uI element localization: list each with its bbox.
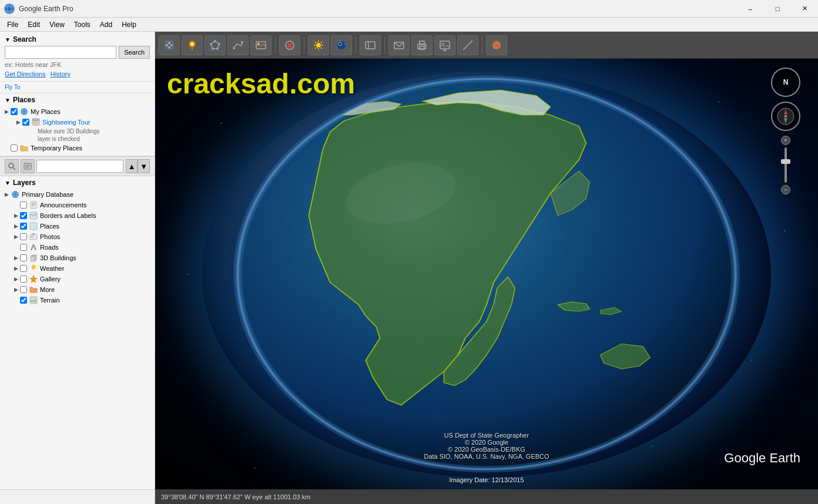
attribution-line3: © 2020 GeoBasis-DE/BKG	[424, 446, 549, 453]
tilt-handle[interactable]	[781, 159, 790, 164]
add-path-button[interactable]	[227, 35, 249, 55]
save-image-button[interactable]	[434, 35, 455, 55]
terrain-checkbox[interactable]	[20, 297, 27, 304]
mars-button[interactable]	[486, 35, 507, 55]
toolbar-sep-1	[275, 37, 276, 53]
menu-add[interactable]: Add	[95, 19, 117, 30]
gallery-arrow: ▶	[14, 276, 20, 282]
places-prev-button[interactable]: ▲	[126, 159, 138, 173]
search-button[interactable]: Search	[119, 46, 150, 59]
more-item[interactable]: ▶ More	[5, 284, 150, 295]
show-sky-button[interactable]	[331, 35, 352, 55]
close-button[interactable]: ✕	[791, 0, 818, 18]
places-layer-item[interactable]: ▶ Places	[5, 221, 150, 231]
toolbar-sep-4	[384, 37, 385, 53]
print-button[interactable]	[411, 35, 433, 55]
roads-item[interactable]: ▶ Roads	[5, 242, 150, 253]
my-places-checkbox[interactable]	[11, 108, 18, 115]
gallery-icon	[29, 274, 38, 284]
svg-line-84	[36, 266, 36, 266]
email-button[interactable]	[388, 35, 410, 55]
svg-line-76	[33, 244, 36, 250]
tilt-up-button[interactable]: +	[781, 136, 790, 145]
menu-edit[interactable]: Edit	[23, 19, 45, 30]
map-area[interactable]: cracksad.com	[155, 59, 818, 489]
photos-checkbox[interactable]	[20, 233, 27, 240]
show-sunlight-button[interactable]	[308, 35, 329, 55]
status-bar	[0, 489, 155, 504]
buildings-checkbox[interactable]	[20, 254, 27, 261]
app-icon	[4, 3, 15, 15]
menu-tools[interactable]: Tools	[69, 19, 95, 30]
menu-file[interactable]: File	[2, 19, 23, 30]
weather-checkbox[interactable]	[20, 265, 27, 272]
places-layer-icon	[29, 221, 38, 231]
sightseeing-label[interactable]: Sightseeing Tour	[42, 119, 90, 126]
svg-point-63	[12, 191, 19, 198]
places-next-button[interactable]: ▼	[138, 159, 150, 173]
add-image-overlay-button[interactable]	[250, 35, 271, 55]
places-search-input[interactable]	[36, 160, 123, 173]
add-placemark-button[interactable]	[182, 35, 203, 55]
weather-arrow: ▶	[14, 266, 20, 271]
menu-view[interactable]: View	[45, 19, 69, 30]
globe[interactable]	[202, 70, 771, 478]
toolbar	[155, 32, 818, 59]
temp-places-checkbox[interactable]	[11, 145, 18, 152]
svg-rect-79	[31, 256, 35, 261]
terrain-arrow: ▶	[14, 297, 20, 303]
sightseeing-tour-item[interactable]: ▶ Sightseeing Tour	[16, 117, 150, 127]
ann-checkbox[interactable]	[20, 201, 27, 209]
temporary-places-item[interactable]: ▶ Temporary Places	[5, 143, 150, 153]
borders-checkbox[interactable]	[20, 212, 27, 219]
more-arrow: ▶	[14, 287, 20, 293]
get-directions-link[interactable]: Get Directions	[5, 70, 46, 78]
search-header[interactable]: ▼ Search	[5, 35, 150, 43]
places-layer-checkbox[interactable]	[20, 223, 27, 230]
svg-point-18	[287, 43, 292, 48]
places-list-button[interactable]	[21, 159, 35, 173]
left-panel: ▼ Search Search ex: Hotels near JFK Get …	[0, 32, 155, 489]
terrain-item[interactable]: ▶ Terrain	[5, 295, 150, 305]
svg-point-6	[191, 43, 193, 45]
window-controls[interactable]: – □ ✕	[737, 0, 818, 18]
svg-marker-86	[30, 275, 37, 283]
roads-label: Roads	[40, 244, 59, 251]
tilt-down-button[interactable]: −	[781, 185, 790, 194]
weather-item[interactable]: ▶ Weather	[5, 263, 150, 274]
tilt-control[interactable]: + −	[771, 136, 800, 194]
minimize-button[interactable]: –	[737, 0, 764, 18]
search-input[interactable]	[5, 46, 116, 59]
history-link[interactable]: History	[51, 70, 71, 78]
svg-line-47	[470, 42, 471, 43]
measure-button[interactable]	[457, 35, 478, 55]
gallery-item[interactable]: ▶ Gallery	[5, 274, 150, 284]
flyto-link[interactable]: Fly To	[5, 84, 21, 90]
more-checkbox[interactable]	[20, 286, 27, 293]
nav-tool-button[interactable]	[159, 35, 180, 55]
search-links: Get Directions History	[5, 70, 150, 78]
terrain-label: Terrain	[40, 297, 60, 304]
svg-point-48	[492, 41, 501, 49]
svg-point-49	[21, 108, 28, 115]
record-tour-button[interactable]	[279, 35, 300, 55]
primary-db-item[interactable]: ▶ Primary Database	[5, 189, 150, 200]
photos-item[interactable]: ▶ Photos	[5, 231, 150, 242]
borders-item[interactable]: ▶ Borders and Labels	[5, 210, 150, 221]
places-header[interactable]: ▼ Places	[5, 96, 150, 104]
attribution: US Dept of State Geographer © 2020 Googl…	[424, 432, 549, 460]
compass-circle[interactable]	[771, 102, 800, 131]
maximize-button[interactable]: □	[764, 0, 791, 18]
sightseeing-checkbox[interactable]	[22, 119, 29, 126]
layers-header[interactable]: ▼ Layers	[5, 179, 150, 187]
gallery-checkbox[interactable]	[20, 275, 27, 283]
attribution-line4: Data SIO, NOAA, U.S. Navy, NGA, GEBCO	[424, 453, 549, 460]
menu-help[interactable]: Help	[117, 19, 141, 30]
hide-sidebar-button[interactable]	[360, 35, 381, 55]
roads-checkbox[interactable]	[20, 244, 27, 251]
places-search-button[interactable]	[5, 159, 19, 173]
add-polygon-button[interactable]	[204, 35, 226, 55]
my-places-item[interactable]: ▶ My Places	[5, 106, 150, 117]
buildings-item[interactable]: ▶ 3D Buildings	[5, 253, 150, 263]
announcements-item[interactable]: ▶ Announcements	[5, 200, 150, 210]
